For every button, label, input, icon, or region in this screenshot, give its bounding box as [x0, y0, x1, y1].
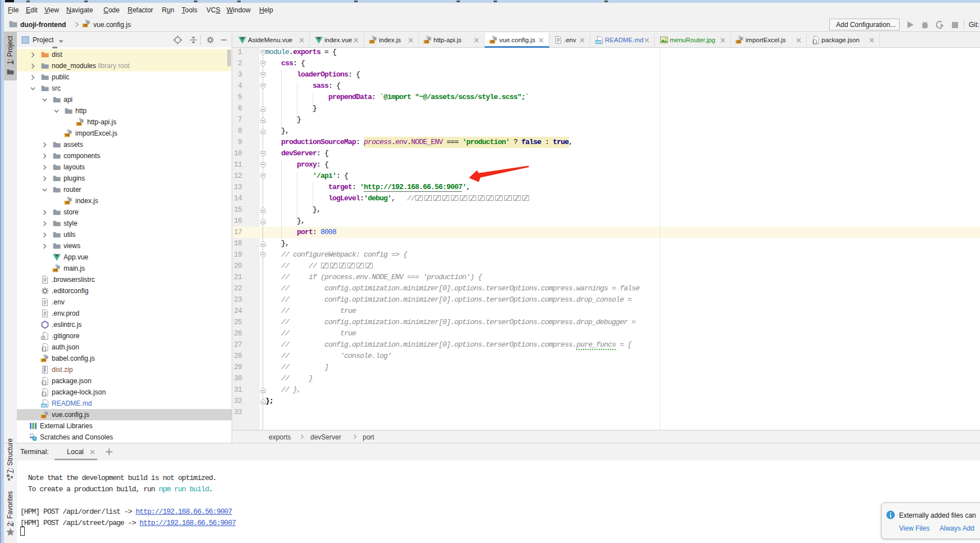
svg-text:JS: JS	[737, 40, 740, 43]
svg-text:{}: {}	[812, 39, 818, 44]
svg-text:JS: JS	[424, 40, 428, 43]
svg-text:JS: JS	[490, 40, 494, 43]
svg-text:JS: JS	[370, 40, 374, 43]
svg-text:JS: JS	[83, 24, 87, 27]
svg-text:JS: JS	[42, 415, 46, 418]
svg-text:JS: JS	[65, 201, 69, 204]
svg-text:{}: {}	[41, 380, 47, 385]
svg-text:JS: JS	[53, 268, 57, 272]
svg-text:JS: JS	[65, 133, 69, 137]
svg-text:{}: {}	[41, 392, 47, 397]
svg-text:{}: {}	[41, 347, 47, 352]
svg-text:JS: JS	[77, 122, 81, 125]
svg-text:JS: JS	[42, 358, 46, 362]
svg-text:MD: MD	[596, 41, 602, 44]
svg-text:MD: MD	[42, 404, 47, 407]
